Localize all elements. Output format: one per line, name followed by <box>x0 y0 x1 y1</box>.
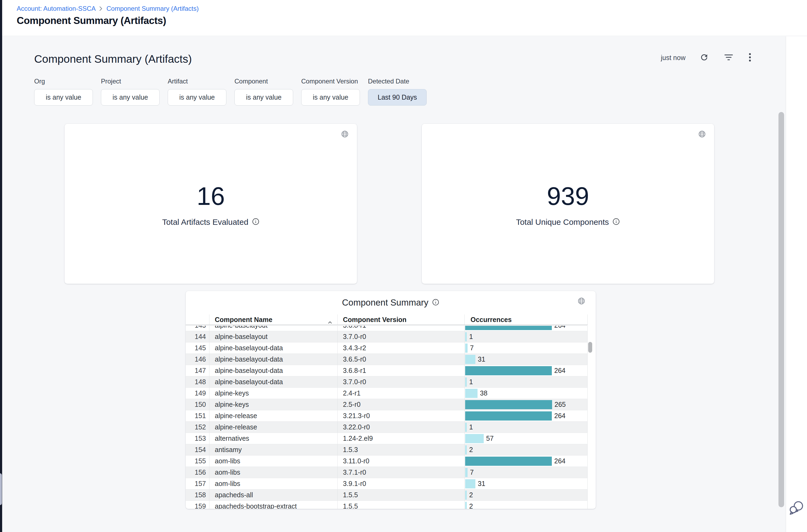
row-index-cell: 145 <box>186 342 209 354</box>
filter-button[interactable] <box>723 53 735 63</box>
breadcrumb-account-link[interactable]: Account: Automation-SSCA <box>17 5 96 13</box>
table-row[interactable]: 153alternatives1.24-2.el957 <box>186 433 588 444</box>
filter-label: Component Version <box>301 78 360 85</box>
table-row[interactable]: 145alpine-baselayout-data3.4.3-r27 <box>186 342 588 354</box>
occurrence-value: 265 <box>555 401 566 408</box>
filter-group-org: Org is any value <box>34 78 93 106</box>
support-chat-button[interactable] <box>788 500 805 518</box>
filter-group-component: Component is any value <box>234 78 293 106</box>
filter-group-project: Project is any value <box>101 78 160 106</box>
table-row[interactable]: 155aom-libs3.11.0-r0264 <box>186 456 588 467</box>
occurrence-value: 2 <box>469 446 473 454</box>
component-version-cell: 3.7.0-r0 <box>337 331 464 342</box>
component-version-cell: 3.4.3-r2 <box>337 342 464 354</box>
filter-label: Detected Date <box>368 78 427 85</box>
occurrence-value: 7 <box>470 469 474 476</box>
refresh-button[interactable] <box>698 52 710 64</box>
table-title: Component Summary <box>342 298 428 308</box>
metric-label: Total Artifacts Evaluated <box>162 217 248 227</box>
occurrence-value: 38 <box>480 389 487 397</box>
chevron-right-icon <box>99 6 103 12</box>
occurrence-bar <box>465 355 475 364</box>
component-name-cell: alpine-baselayout-data <box>209 376 337 387</box>
occurrences-cell: 264 <box>464 365 588 376</box>
table-row[interactable]: 157aom-libs3.9.1-r031 <box>186 478 588 490</box>
row-index-cell: 155 <box>186 456 209 467</box>
component-name-cell: apacheds-bootstrap-extract <box>209 501 337 509</box>
filter-group-detected-date: Detected Date Last 90 Days <box>368 78 427 106</box>
occurrence-value: 7 <box>470 344 474 352</box>
filter-artifact-chip[interactable]: is any value <box>168 89 226 106</box>
occurrence-bar <box>465 434 484 443</box>
table-body-rows: 143alpine-baselayout3.6.8-r1264144alpine… <box>186 326 588 509</box>
table-row[interactable]: 149alpine-keys2.4-r138 <box>186 388 588 399</box>
metric-value: 16 <box>64 184 357 209</box>
right-gutter <box>786 36 807 532</box>
more-menu-button[interactable] <box>748 52 752 64</box>
filter-icon <box>724 54 733 62</box>
row-index-cell: 147 <box>186 365 209 376</box>
info-icon[interactable] <box>612 218 620 226</box>
metric-card-total-artifacts: 16 Total Artifacts Evaluated <box>64 124 357 284</box>
filter-detected-date-chip[interactable]: Last 90 Days <box>368 89 427 106</box>
occurrence-bar <box>465 468 467 477</box>
occurrence-value: 2 <box>469 491 473 499</box>
table-scrollbar-thumb[interactable] <box>588 342 592 353</box>
filter-component-chip[interactable]: is any value <box>234 89 293 106</box>
table-row[interactable]: 144alpine-baselayout3.7.0-r01 <box>186 331 588 342</box>
info-icon[interactable] <box>252 218 260 226</box>
occurrence-bar <box>465 332 467 341</box>
component-version-cell: 3.7.1-r0 <box>337 467 464 478</box>
info-icon[interactable] <box>432 299 439 307</box>
table-row[interactable]: 158apacheds-all1.5.52 <box>186 490 588 501</box>
row-index-cell: 152 <box>186 422 209 433</box>
filter-org-chip[interactable]: is any value <box>34 89 93 106</box>
column-header-occurrences[interactable]: Occurrences <box>464 315 588 325</box>
page-scrollbar-thumb[interactable] <box>779 112 784 507</box>
dashboard-title: Component Summary (Artifacts) <box>34 53 192 65</box>
component-version-cell: 3.22.0-r0 <box>337 422 464 433</box>
table-row[interactable]: 156aom-libs3.7.1-r07 <box>186 467 588 478</box>
table-row[interactable]: 150alpine-keys2.5-r0265 <box>186 399 588 410</box>
component-version-cell: 3.11.0-r0 <box>337 456 464 467</box>
table-row[interactable]: 146alpine-baselayout-data3.6.5-r031 <box>186 354 588 365</box>
occurrence-bar <box>465 423 467 432</box>
chevron-up-icon <box>328 318 332 326</box>
table-row[interactable]: 143alpine-baselayout3.6.8-r1264 <box>186 326 588 331</box>
occurrences-cell: 2 <box>464 444 588 455</box>
occurrence-value: 264 <box>554 457 565 465</box>
occurrences-cell: 1 <box>464 331 588 342</box>
column-header-component-name[interactable]: Component Name <box>209 315 337 325</box>
kebab-menu-icon <box>749 53 751 63</box>
component-name-cell: alpine-baselayout-data <box>209 354 337 365</box>
component-version-cell: 3.6.8-r1 <box>337 365 464 376</box>
table-card: Component Summary Component Name Compone… <box>186 291 596 509</box>
table-row[interactable]: 151alpine-release3.21.3-r0264 <box>186 410 588 422</box>
table-row[interactable]: 147alpine-baselayout-data3.6.8-r1264 <box>186 365 588 376</box>
occurrences-cell: 264 <box>464 326 588 331</box>
occurrence-value: 2 <box>469 502 473 509</box>
occurrence-value: 264 <box>554 412 565 420</box>
column-header-component-version[interactable]: Component Version <box>337 315 464 325</box>
table-row[interactable]: 152alpine-release3.22.0-r01 <box>186 422 588 433</box>
occurrences-cell: 7 <box>464 342 588 354</box>
breadcrumb-page-link[interactable]: Component Summary (Artifacts) <box>106 5 199 13</box>
component-name-cell: aom-libs <box>209 456 337 467</box>
occurrences-cell: 265 <box>464 399 588 410</box>
table-row[interactable]: 148alpine-baselayout-data3.7.0-r01 <box>186 376 588 388</box>
column-header-index <box>186 315 209 325</box>
occurrences-cell: 1 <box>464 422 588 433</box>
table-row[interactable]: 154antisamy1.5.32 <box>186 444 588 456</box>
filter-project-chip[interactable]: is any value <box>101 89 160 106</box>
table-row[interactable]: 159apacheds-bootstrap-extract1.5.52 <box>186 501 588 509</box>
component-version-cell: 3.6.8-r1 <box>337 326 464 331</box>
component-name-cell: alpine-baselayout-data <box>209 342 337 354</box>
component-name-cell: alpine-keys <box>209 388 337 399</box>
breadcrumb: Account: Automation-SSCA Component Summa… <box>17 5 199 13</box>
nav-scrollbar-thumb[interactable] <box>0 473 2 505</box>
filter-component-version-chip[interactable]: is any value <box>301 89 360 106</box>
component-name-cell: alpine-baselayout-data <box>209 365 337 376</box>
component-name-cell: alternatives <box>209 433 337 444</box>
filter-label: Org <box>34 78 93 85</box>
occurrences-cell: 7 <box>464 467 588 478</box>
